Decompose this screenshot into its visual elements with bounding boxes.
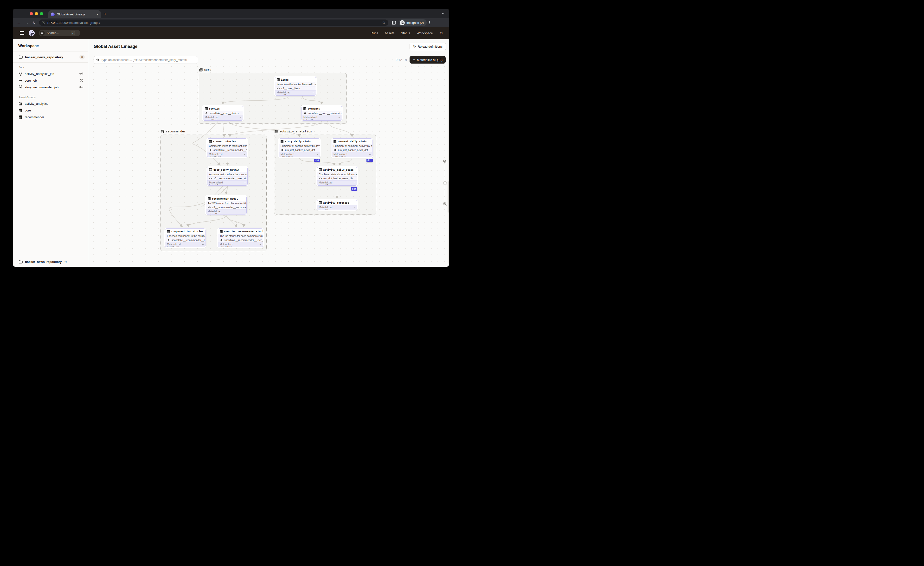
schedule-clock-icon[interactable] [80, 79, 83, 82]
zoom-in-icon[interactable] [443, 160, 447, 164]
nav-link-runs[interactable]: Runs [370, 31, 378, 35]
asset-stat-materialized: Materialized– [220, 243, 261, 246]
table-icon [208, 197, 210, 200]
asset-stat-materialized: Materialized– [277, 91, 314, 94]
search-shortcut-key: / [71, 31, 75, 35]
asset-stat-latest-run: Latest Run– [208, 213, 245, 215]
asset-description: Items from the Hacker News API: each is … [275, 83, 316, 86]
tab-search-chevron-icon[interactable] [442, 12, 445, 15]
dagster-logo-icon[interactable] [28, 30, 35, 36]
asset-node-story_daily_stats[interactable]: story_daily_statsSummary of posting acti… [278, 138, 321, 158]
zoom-out-icon[interactable] [443, 202, 447, 206]
job-label: story_recommender_job [25, 86, 77, 89]
tab-close-icon[interactable]: × [96, 12, 98, 17]
asset-node-items[interactable]: itemsItems from the Hacker News API: eac… [274, 76, 316, 96]
global-search[interactable]: / [39, 30, 80, 36]
macos-minimize-button[interactable] [35, 12, 38, 15]
sidebar-job-core_job[interactable]: core_job [13, 77, 88, 84]
new-tab-button[interactable]: + [104, 12, 106, 16]
search-input[interactable] [46, 31, 69, 35]
forward-button[interactable]: → [25, 20, 29, 25]
jobs-section-label: Jobs [13, 63, 88, 70]
asset-group-title-activity_analytics[interactable]: activity_analytics [274, 129, 312, 133]
asset-node-comment_daily_stats[interactable]: comment_daily_statsSummary of comment ac… [331, 138, 373, 158]
sensor-icon[interactable] [80, 86, 83, 89]
dagster-favicon-icon [51, 12, 55, 17]
asset-groups-section-label: Asset Groups [13, 90, 88, 100]
asset-node-comment_stories[interactable]: comment_storiesComments linked to their … [206, 138, 248, 158]
asset-stat-materialized: Materialized– [209, 181, 246, 184]
macos-close-button[interactable] [30, 12, 33, 15]
sensor-icon[interactable] [80, 72, 83, 75]
folder-icon [19, 56, 22, 59]
op-icon [208, 206, 211, 208]
asset-node-stories[interactable]: storiessnowflake__core__storiesMateriali… [202, 105, 244, 121]
asset-stat-latest-run: Latest Run– [209, 184, 246, 186]
asset-subset-filter[interactable] [94, 56, 198, 64]
sidebar-asset-group-core[interactable]: core [13, 107, 88, 114]
repo-reload-icon[interactable]: ↻ [64, 260, 67, 264]
asset-node-component_top_stories[interactable]: component_top_storiesFor each component … [164, 228, 206, 248]
nav-link-workspace[interactable]: Workspace [417, 31, 433, 35]
zoom-slider[interactable] [445, 165, 445, 201]
asset-group-title-recommender[interactable]: recommender [161, 129, 186, 133]
materialize-all-button[interactable]: ✦ Materialize all (12) [410, 56, 446, 63]
sidebar-asset-group-activity_analytics[interactable]: activity_analytics [13, 100, 88, 107]
browser-toolbar: ← → ↻ i 127.0.0.1:3000/instance/asset-gr… [13, 18, 449, 27]
asset-node-recommender_model[interactable]: recommender_modelAn SVD model for collab… [205, 195, 248, 215]
op-icon [303, 112, 306, 114]
browser-menu-icon[interactable]: ••• [429, 21, 430, 24]
zoom-slider-handle[interactable] [443, 181, 447, 185]
lineage-canvas[interactable]: corerecommenderactivity_analytics itemsI… [88, 54, 449, 267]
settings-gear-icon[interactable]: ⚙ [440, 31, 443, 35]
macos-maximize-button[interactable] [40, 12, 43, 15]
sidebar-footer: hacker_news_repository ↻ [13, 257, 88, 267]
asset-stat-latest-run: Latest Run– [280, 156, 318, 157]
asset-op-name: snowflake__core__comments [308, 112, 342, 115]
asset-group-label: activity_analytics [25, 102, 83, 105]
asset-group-icon [19, 115, 22, 119]
asset-subset-input[interactable] [101, 58, 195, 62]
site-info-icon[interactable]: i [42, 21, 45, 24]
sidebar-asset-group-recommender[interactable]: recommender [13, 114, 88, 120]
reload-page-button[interactable]: ↻ [33, 21, 36, 24]
asset-op-name: run_dbt_hacker_news_dbt [338, 149, 368, 152]
zoom-controls [443, 160, 447, 206]
refresh-icon[interactable]: ↻ [404, 58, 407, 62]
browser-tab[interactable]: Global Asset Lineage × [48, 11, 101, 18]
sidebar-repo-row[interactable]: hacker_news_repository 6 [13, 52, 88, 62]
sidebar-job-activity_analytics_job[interactable]: activity_analytics_job [13, 70, 88, 77]
bookmark-star-icon[interactable]: ☆ [382, 21, 385, 25]
scrollbar[interactable] [448, 62, 449, 264]
nav-link-status[interactable]: Status [401, 31, 410, 35]
asset-stat-materialized: Materialized– [209, 153, 245, 156]
nav-link-assets[interactable]: Assets [385, 31, 394, 35]
asset-node-activity_daily_stats[interactable]: activity_daily_statsCombined stats about… [316, 166, 358, 186]
asset-group-title-core[interactable]: core [199, 68, 211, 72]
asset-name: comments [308, 107, 320, 110]
table-icon [205, 107, 208, 110]
page-title: Global Asset Lineage [94, 44, 410, 49]
sidebar-job-story_recommender_job[interactable]: story_recommender_job [13, 84, 88, 90]
asset-stat-latest-run: Latest Run– [333, 156, 370, 157]
op-icon [333, 149, 337, 151]
back-button[interactable]: ← [17, 20, 21, 25]
side-panel-icon[interactable] [392, 21, 396, 24]
asset-stat-materialized: Materialized– [205, 116, 241, 119]
asset-node-comments[interactable]: commentssnowflake__core__commentsMateria… [301, 105, 343, 121]
asset-description: Comments linked to their root stories. [207, 144, 247, 148]
asset-node-user_top_recommended_stories[interactable]: user_top_recommended_storiesThe top stor… [217, 228, 264, 248]
reload-definitions-button[interactable]: ↻ Reload definitions [410, 43, 446, 50]
scrollbar-thumb[interactable] [448, 181, 449, 213]
asset-node-user_story_matrix[interactable]: user_story_matrixA sparse matrix where t… [207, 166, 248, 186]
hamburger-menu-icon[interactable] [20, 31, 24, 35]
refresh-timer: 0:12 [396, 58, 402, 62]
search-icon [40, 31, 45, 36]
asset-group-icon [161, 130, 164, 133]
table-icon [280, 140, 284, 143]
asset-op-name: run_dbt_hacker_news_dbt [285, 149, 315, 152]
page-header: Global Asset Lineage ↻ Reload definition… [88, 39, 449, 54]
asset-node-activity_forecast[interactable]: activity_forecastMaterialized–Latest Run… [316, 199, 358, 211]
address-bar[interactable]: i 127.0.0.1:3000/instance/asset-groups/ … [39, 20, 388, 26]
sidebar-heading: Workspace [13, 39, 88, 51]
